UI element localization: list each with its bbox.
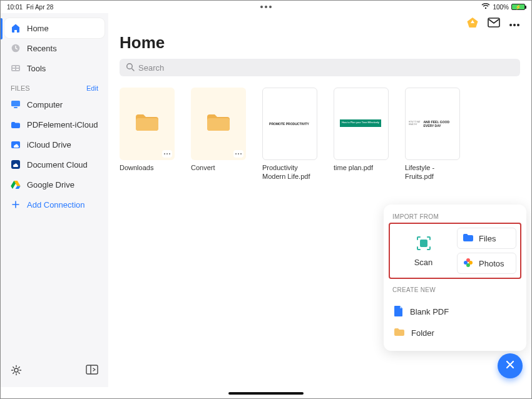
status-bar: 10:01 Fri Apr 28 100% ⚡ [1,1,531,13]
sidebar-item-label: Computer [27,100,63,109]
sidebar-item-icloud-drive[interactable]: iCloud Drive [4,134,105,154]
clock-icon [11,43,21,53]
folder-icon [394,327,405,338]
grid-item-document[interactable]: HOW TO EAT HEALTHY AND FEEL GOOD EVERY D… [405,88,460,181]
svg-rect-3 [13,69,15,70]
photos-label: Photos [479,259,504,268]
svg-rect-17 [136,118,158,131]
scan-label: Scan [414,258,433,267]
battery-percent: 100% [493,4,509,11]
item-more-icon[interactable] [233,150,243,158]
edit-button[interactable]: Edit [86,84,98,92]
svg-point-15 [517,24,519,26]
svg-rect-19 [420,240,427,247]
sidebar: Home Recents Tools FILES Edit Computer [1,13,108,387]
item-label: Lifestyle - Fruits.pdf [405,164,460,181]
grid-item-folder[interactable]: Convert [191,88,246,181]
new-folder-label: Folder [411,328,434,338]
plus-icon [11,200,21,210]
svg-point-13 [509,24,512,26]
grid-item-document[interactable]: How to Plan your Time Effectively time p… [334,88,389,181]
close-fab[interactable] [498,353,523,378]
sidebar-item-label: Add Connection [27,200,85,210]
folder-icon [135,112,160,136]
sidebar-item-label: iCloud Drive [27,140,71,149]
files-folder-icon [463,233,474,244]
grid-item-document[interactable]: PROMOTE PRODUCTIVITY Productivity Modern… [262,88,317,181]
sidebar-item-label: Tools [27,64,46,73]
more-icon[interactable] [509,18,520,29]
sidebar-item-label: Recents [27,44,57,53]
svg-point-14 [513,24,516,26]
item-label: Productivity Modern Life.pdf [262,164,317,181]
scan-icon [416,235,432,254]
blank-pdf-icon [394,305,404,318]
scan-button[interactable]: Scan [394,228,453,274]
doc-headline: AND FEEL GOOD EVERY DAY [423,120,455,128]
premium-icon[interactable] [466,17,479,31]
search-input[interactable]: Search [120,59,520,76]
svg-point-16 [127,63,133,69]
tools-icon [11,63,21,73]
svg-point-10 [14,368,18,372]
import-from-label: IMPORT FROM [389,211,521,223]
svg-rect-11 [86,365,98,374]
blank-pdf-label: Blank PDF [410,307,449,316]
folder-icon [206,112,231,136]
sidebar-item-label: PDFelement-iCloud [27,120,98,129]
photos-button[interactable]: Photos [457,253,516,274]
layout-toggle-icon[interactable] [86,365,98,378]
search-icon [126,63,135,73]
google-drive-icon [11,179,21,189]
item-more-icon[interactable] [162,150,172,158]
search-placeholder: Search [138,63,164,73]
wifi-icon [481,3,490,11]
item-label: Convert [191,164,246,173]
files-button[interactable]: Files [457,228,516,249]
sidebar-item-tools[interactable]: Tools [4,58,105,78]
doc-headline: How to Plan your Time Effectively [340,119,381,127]
document-cloud-icon [11,159,21,169]
mail-icon[interactable] [488,18,500,30]
sidebar-item-label: Document Cloud [27,160,88,169]
computer-icon [11,99,21,109]
import-create-popup: IMPORT FROM Scan Files [384,205,526,351]
multitask-dots[interactable] [260,6,272,8]
icloud-drive-icon [11,139,21,149]
sidebar-item-google-drive[interactable]: Google Drive [4,174,105,194]
file-grid: Downloads Convert PROMOTE PRODUCTIVITY [120,88,520,181]
files-section-label: FILES [11,84,30,92]
sidebar-item-document-cloud[interactable]: Document Cloud [4,154,105,174]
svg-rect-5 [16,69,19,70]
doc-headline: PROMOTE PRODUCTIVITY [269,122,309,126]
item-label: time plan.pdf [334,164,389,173]
settings-icon[interactable] [11,365,22,378]
svg-rect-18 [207,118,230,131]
svg-point-23 [464,261,468,265]
add-connection-button[interactable]: Add Connection [4,194,105,215]
sidebar-item-pdfelement-icloud[interactable]: PDFelement-iCloud [4,114,105,134]
svg-rect-7 [14,107,18,108]
main-content: Home Search Downloads [108,13,531,387]
create-new-label: CREATE NEW [389,284,521,296]
sidebar-item-label: Home [27,24,49,33]
grid-item-folder[interactable]: Downloads [120,88,175,181]
svg-rect-2 [13,66,15,68]
sidebar-item-recents[interactable]: Recents [4,38,105,58]
svg-rect-6 [11,101,20,106]
sidebar-item-label: Google Drive [27,180,74,189]
svg-rect-1 [11,65,20,71]
blank-pdf-button[interactable]: Blank PDF [389,301,521,322]
sidebar-item-home[interactable]: Home [4,18,105,38]
sidebar-item-computer[interactable]: Computer [4,94,105,114]
status-date: Fri Apr 28 [26,4,53,11]
new-folder-button[interactable]: Folder [389,322,521,343]
status-time: 10:01 [7,4,23,11]
icloud-folder-icon [11,119,21,129]
item-label: Downloads [120,164,175,173]
battery-icon: ⚡ [511,4,525,10]
page-title: Home [120,33,520,53]
import-highlight-box: Scan Files Photos [389,223,521,279]
home-indicator[interactable] [228,392,304,395]
close-icon [505,360,515,372]
